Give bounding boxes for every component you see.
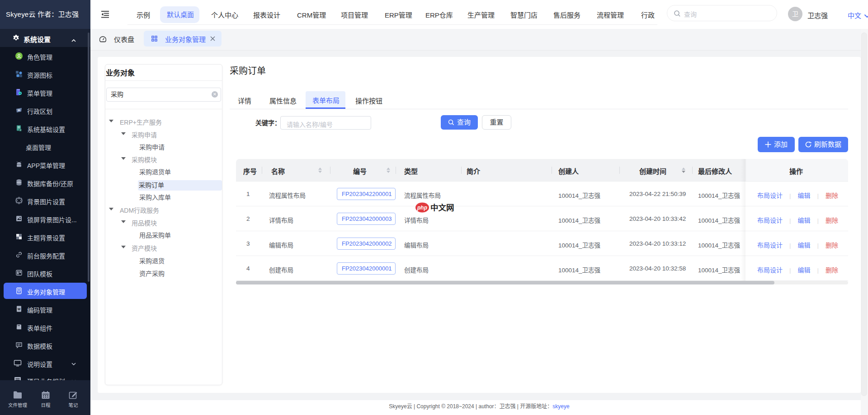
svg-text:php: php	[417, 205, 427, 211]
svg-text:中文网: 中文网	[430, 203, 454, 212]
svg-text:W: W	[18, 308, 21, 311]
